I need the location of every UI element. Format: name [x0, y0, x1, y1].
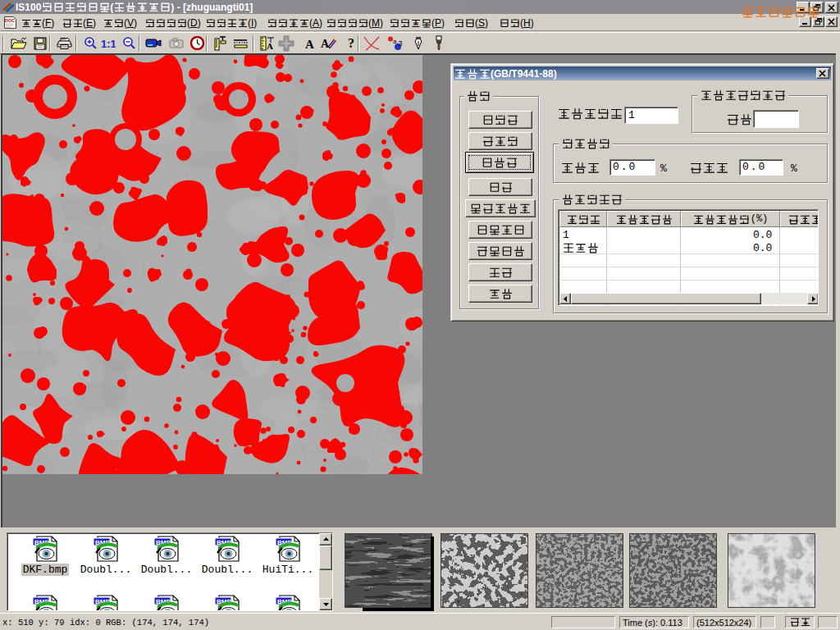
svg-text:?: ?	[348, 36, 354, 50]
svg-text:DOC: DOC	[5, 18, 15, 23]
svg-text:3: 3	[398, 39, 402, 48]
svg-text:A: A	[321, 38, 330, 50]
svg-text:A: A	[305, 38, 314, 50]
svg-text:1:1: 1:1	[101, 38, 116, 49]
svg-text:A: A	[267, 41, 273, 51]
